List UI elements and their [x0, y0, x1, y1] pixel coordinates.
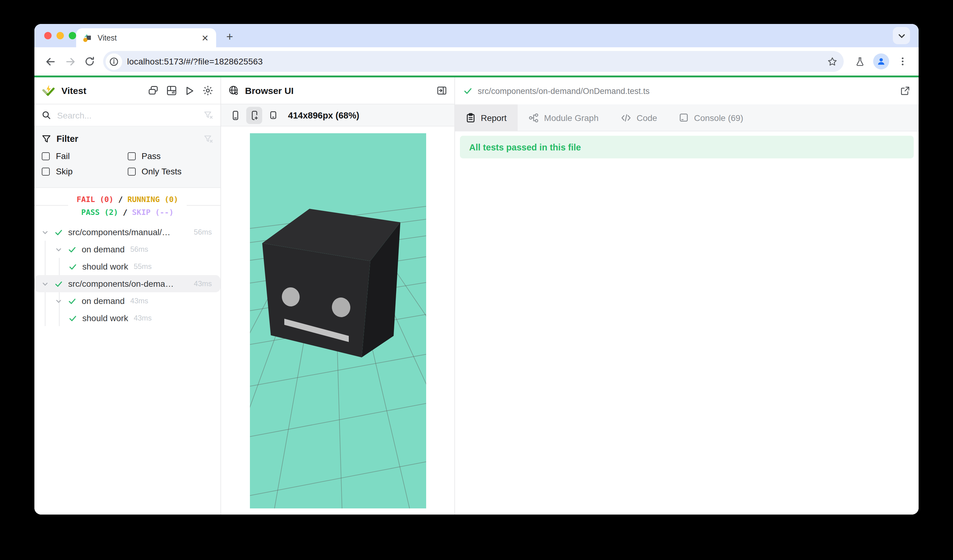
reload-button[interactable] — [80, 51, 99, 71]
tab-report[interactable]: Report — [455, 104, 518, 131]
vitest-favicon-icon — [82, 33, 92, 43]
chevron-down-icon[interactable] — [55, 298, 63, 304]
chevron-down-icon[interactable] — [42, 280, 49, 287]
file-path-row: src/components/on-demand/OnDemand.test.t… — [455, 78, 919, 104]
chevron-down-icon[interactable] — [55, 246, 63, 253]
globe-icon — [228, 85, 239, 96]
device-phone-add-icon[interactable] — [246, 107, 262, 124]
browser-tab[interactable]: Vitest ✕ — [76, 28, 216, 47]
banner-text: All tests passed in this file — [469, 142, 581, 152]
filter-checkbox-skip[interactable]: Skip — [42, 166, 127, 176]
sidebar-header: Vitest — [34, 78, 220, 104]
sidebar: Vitest — [34, 78, 221, 515]
pass-check-icon — [68, 245, 76, 253]
report-tabs: Report Module Graph Code Console (69) — [455, 104, 919, 132]
tree-row-file[interactable]: src/components/manual/… 56ms — [34, 223, 220, 241]
tab-code[interactable]: Code — [610, 104, 668, 131]
dock-panel-right-icon[interactable] — [436, 85, 447, 96]
tab-close-icon[interactable]: ✕ — [200, 33, 210, 43]
filter-checkbox-pass[interactable]: Pass — [127, 151, 213, 161]
viewport-dimensions: 414x896px (68%) — [288, 110, 359, 120]
tab-module-graph[interactable]: Module Graph — [518, 104, 610, 131]
report-panel: src/components/on-demand/OnDemand.test.t… — [455, 78, 919, 515]
filter-checkbox-fail[interactable]: Fail — [42, 151, 127, 161]
menu-kebab-icon[interactable] — [893, 51, 913, 71]
tree-row-suite[interactable]: on demand 43ms — [34, 292, 220, 309]
summary-line-1: FAIL (0) / RUNNING (0) — [76, 192, 178, 205]
close-window-button[interactable] — [44, 32, 51, 39]
clear-search-filter-icon[interactable] — [204, 110, 213, 120]
forward-button[interactable] — [60, 51, 80, 71]
tab-search-chevron-icon[interactable] — [893, 27, 910, 44]
url-text[interactable]: localhost:5173/#/?file=1828625563 — [127, 56, 823, 66]
device-phone-icon[interactable] — [227, 107, 243, 124]
tab-console[interactable]: Console (69) — [668, 104, 754, 131]
desktop: Vitest ✕ + localhost:5173/# — [0, 0, 953, 560]
chevron-down-icon[interactable] — [42, 229, 49, 236]
browser-ui-header: Browser UI — [221, 78, 455, 104]
browser-ui-title: Browser UI — [245, 85, 293, 96]
checkbox-icon[interactable] — [127, 168, 135, 175]
pass-check-icon — [68, 297, 76, 305]
collapse-panels-icon[interactable] — [148, 85, 158, 96]
tab-strip: Vitest ✕ + — [34, 24, 919, 47]
checkbox-icon[interactable] — [127, 152, 135, 160]
tree-row-test[interactable]: should work 55ms — [34, 258, 220, 275]
new-tab-button[interactable]: + — [221, 28, 238, 45]
filter-panel: Filter Fail Pass — [34, 127, 220, 188]
pass-check-icon — [55, 228, 63, 236]
pass-check-icon — [464, 87, 472, 95]
browser-ui-panel: Browser UI 414x896px — [221, 78, 455, 515]
tab-title: Vitest — [98, 34, 200, 42]
tree-row-file-selected[interactable]: src/components/on-dema… 43ms — [34, 275, 220, 292]
device-tablet-icon[interactable] — [265, 107, 281, 124]
dashboard-icon[interactable] — [166, 85, 177, 96]
checkbox-icon[interactable] — [42, 168, 50, 175]
search-icon — [42, 110, 51, 120]
filter-checkbox-only-tests[interactable]: Only Tests — [127, 166, 213, 176]
clear-filters-icon[interactable] — [204, 134, 213, 143]
search-input[interactable] — [57, 110, 204, 120]
experiments-flask-icon[interactable] — [850, 51, 869, 71]
theme-toggle-sun-icon[interactable] — [203, 85, 213, 96]
pass-check-icon — [55, 280, 63, 288]
filter-title: Filter — [56, 134, 204, 144]
run-all-icon[interactable] — [185, 86, 195, 96]
sidebar-title: Vitest — [61, 85, 86, 96]
traffic-lights[interactable] — [44, 32, 76, 39]
back-button[interactable] — [40, 51, 60, 71]
pass-check-icon — [69, 262, 77, 270]
maximize-window-button[interactable] — [69, 32, 76, 39]
profile-avatar[interactable] — [873, 53, 889, 70]
filter-funnel-icon — [42, 134, 51, 143]
site-info-icon[interactable] — [106, 53, 122, 70]
search-row — [34, 104, 220, 127]
tree-row-test[interactable]: should work 43ms — [34, 309, 220, 327]
bookmark-star-icon[interactable] — [823, 52, 841, 71]
checkbox-icon[interactable] — [42, 152, 50, 160]
test-browser-viewport[interactable] — [250, 133, 426, 509]
pass-check-icon — [69, 314, 77, 322]
summary-line-2: PASS (2) / SKIP (--) — [76, 205, 178, 218]
tree-row-suite[interactable]: on demand 56ms — [34, 241, 220, 258]
url-bar[interactable]: localhost:5173/#/?file=1828625563 — [103, 51, 844, 72]
browser-toolbar: localhost:5173/#/?file=1828625563 — [34, 47, 919, 76]
vitest-logo-icon — [42, 84, 55, 97]
minimize-window-button[interactable] — [56, 32, 64, 39]
device-toolbar: 414x896px (68%) — [221, 104, 455, 127]
test-tree: src/components/manual/… 56ms on demand 5… — [34, 223, 220, 515]
open-external-icon[interactable] — [900, 86, 910, 96]
file-path: src/components/on-demand/OnDemand.test.t… — [478, 86, 900, 96]
test-summary: FAIL (0) / RUNNING (0) PASS (2) / SKIP (… — [34, 188, 220, 223]
browser-window: Vitest ✕ + localhost:5173/# — [34, 24, 919, 515]
all-tests-passed-banner: All tests passed in this file — [460, 136, 914, 158]
